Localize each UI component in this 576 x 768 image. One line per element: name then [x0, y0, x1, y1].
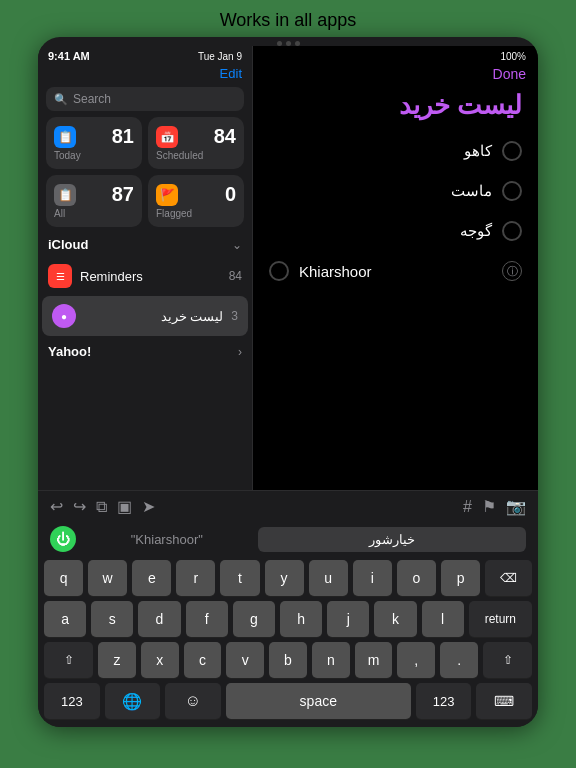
key-g[interactable]: g	[233, 601, 275, 637]
key-delete[interactable]: ⌫	[485, 560, 532, 596]
send-button[interactable]: ➤	[142, 497, 155, 516]
key-123-right[interactable]: 123	[416, 683, 472, 719]
reminder-circle-1	[502, 181, 522, 201]
key-l[interactable]: l	[422, 601, 464, 637]
stat-scheduled-label: Scheduled	[156, 150, 236, 161]
keyboard-rows: q w e r t y u i o p ⌫ a s d f g h j	[38, 556, 538, 719]
list-item-shopping[interactable]: ● لیست خرید 3	[42, 296, 248, 336]
stat-scheduled-number: 84	[214, 125, 236, 148]
key-v[interactable]: v	[226, 642, 264, 678]
reminder-input-text: Khiarshoor	[299, 263, 492, 280]
key-emoji[interactable]: ☺	[165, 683, 221, 719]
screenshot-button[interactable]: ▣	[117, 497, 132, 516]
list-item-reminders[interactable]: ☰ Reminders 84	[38, 256, 252, 296]
stat-scheduled[interactable]: 📅 84 Scheduled	[148, 117, 244, 169]
key-space[interactable]: space	[226, 683, 411, 719]
shopping-count: 3	[231, 309, 238, 323]
key-d[interactable]: d	[138, 601, 180, 637]
reminders-label: Reminders	[80, 269, 221, 284]
camera-button[interactable]: 📷	[506, 497, 526, 516]
icloud-chevron-icon: ⌄	[232, 238, 242, 252]
stat-today-label: Today	[54, 150, 134, 161]
key-shift-right[interactable]: ⇧	[483, 642, 532, 678]
battery-status: 100%	[500, 51, 526, 62]
info-icon[interactable]: ⓘ	[502, 261, 522, 281]
stats-grid: 📋 81 Today 📅 84 Scheduled 📋	[38, 117, 252, 233]
reminder-item-0[interactable]: کاهو	[253, 131, 538, 171]
key-w[interactable]: w	[88, 560, 127, 596]
key-o[interactable]: o	[397, 560, 436, 596]
key-123[interactable]: 123	[44, 683, 100, 719]
reminder-text-0: کاهو	[464, 142, 492, 160]
device-frame: 9:41 AM Tue Jan 9 Edit 🔍 Search 📋 81	[38, 37, 538, 727]
key-p[interactable]: p	[441, 560, 480, 596]
list-title: لیست خرید	[253, 86, 538, 131]
predictive-suggestion[interactable]: خیارشور	[258, 527, 526, 552]
key-j[interactable]: j	[327, 601, 369, 637]
status-bar: 9:41 AM Tue Jan 9	[38, 46, 252, 64]
reminders-icon: ☰	[48, 264, 72, 288]
yahoo-label: Yahoo!	[48, 344, 91, 359]
key-i[interactable]: i	[353, 560, 392, 596]
reminder-input-circle	[269, 261, 289, 281]
key-n[interactable]: n	[312, 642, 350, 678]
copy-button[interactable]: ⧉	[96, 498, 107, 516]
key-h[interactable]: h	[280, 601, 322, 637]
reminder-input-row[interactable]: Khiarshoor ⓘ	[253, 251, 538, 291]
reminders-count: 84	[229, 269, 242, 283]
key-shift[interactable]: ⇧	[44, 642, 93, 678]
hashtag-button[interactable]: #	[463, 498, 472, 516]
key-keyboard[interactable]: ⌨	[476, 683, 532, 719]
stat-flagged-label: Flagged	[156, 208, 236, 219]
stat-all[interactable]: 📋 87 All	[46, 175, 142, 227]
stat-today[interactable]: 📋 81 Today	[46, 117, 142, 169]
undo-button[interactable]: ↩	[50, 497, 63, 516]
reminder-text-2: گوجه	[460, 222, 492, 240]
stat-all-label: All	[54, 208, 134, 219]
key-t[interactable]: t	[220, 560, 259, 596]
shopping-icon: ●	[52, 304, 76, 328]
key-return[interactable]: return	[469, 601, 532, 637]
stat-today-number: 81	[112, 125, 134, 148]
reminder-text-1: ماست	[451, 182, 492, 200]
edit-button[interactable]: Edit	[220, 66, 242, 81]
search-bar[interactable]: 🔍 Search	[46, 87, 244, 111]
key-z[interactable]: z	[98, 642, 136, 678]
key-b[interactable]: b	[269, 642, 307, 678]
reminder-item-2[interactable]: گوجه	[253, 211, 538, 251]
redo-button[interactable]: ↪	[73, 497, 86, 516]
done-button[interactable]: Done	[493, 66, 526, 82]
shopping-label: لیست خرید	[84, 309, 223, 324]
stat-all-number: 87	[112, 183, 134, 206]
status-date: Tue Jan 9	[198, 51, 242, 62]
device-notch	[38, 37, 538, 46]
key-f[interactable]: f	[186, 601, 228, 637]
key-q[interactable]: q	[44, 560, 83, 596]
search-icon: 🔍	[54, 93, 68, 106]
key-a[interactable]: a	[44, 601, 86, 637]
page-title: Works in all apps	[220, 0, 357, 37]
key-period[interactable]: .	[440, 642, 478, 678]
key-s[interactable]: s	[91, 601, 133, 637]
reminder-item-1[interactable]: ماست	[253, 171, 538, 211]
stat-flagged[interactable]: 🚩 0 Flagged	[148, 175, 244, 227]
key-u[interactable]: u	[309, 560, 348, 596]
status-time: 9:41 AM	[48, 50, 90, 62]
key-r[interactable]: r	[176, 560, 215, 596]
flag-button[interactable]: ⚑	[482, 497, 496, 516]
yahoo-chevron-icon: ›	[238, 345, 242, 359]
right-panel: 100% Done لیست خرید کاهو ماست گوجه	[253, 46, 538, 490]
key-y[interactable]: y	[265, 560, 304, 596]
keyboard-toolbar: ↩ ↪ ⧉ ▣ ➤ # ⚑ 📷	[38, 491, 538, 522]
key-k[interactable]: k	[374, 601, 416, 637]
power-button[interactable]: ⏻	[50, 526, 76, 552]
key-e[interactable]: e	[132, 560, 171, 596]
key-globe[interactable]: 🌐	[105, 683, 161, 719]
key-comma[interactable]: ,	[397, 642, 435, 678]
key-m[interactable]: m	[355, 642, 393, 678]
key-c[interactable]: c	[184, 642, 222, 678]
key-x[interactable]: x	[141, 642, 179, 678]
left-panel: 9:41 AM Tue Jan 9 Edit 🔍 Search 📋 81	[38, 46, 253, 490]
right-status-bar: 100%	[253, 46, 538, 64]
predictive-current: "Khiarshoor"	[84, 532, 250, 547]
